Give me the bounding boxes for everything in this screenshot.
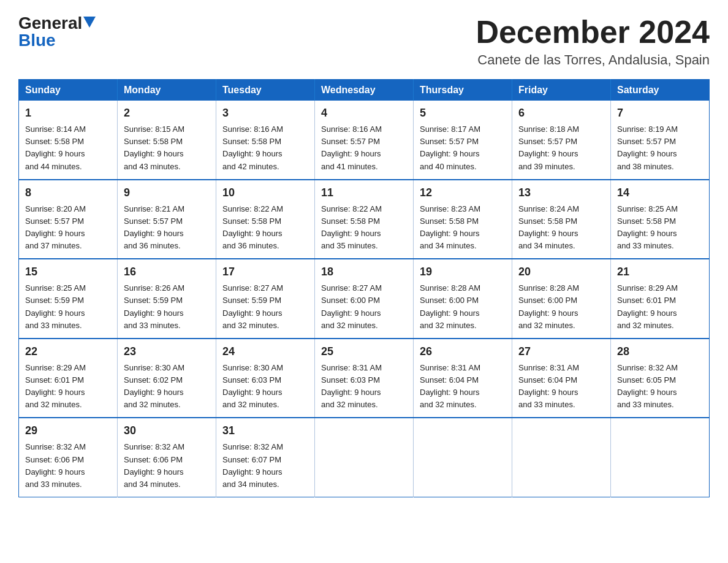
table-row: 31Sunrise: 8:32 AMSunset: 6:07 PMDayligh… [216, 418, 315, 497]
day-number: 16 [124, 264, 210, 280]
table-row: 12Sunrise: 8:23 AMSunset: 5:58 PMDayligh… [414, 180, 512, 259]
col-tuesday: Tuesday [216, 80, 315, 101]
table-row: 2Sunrise: 8:15 AMSunset: 5:58 PMDaylight… [118, 101, 216, 180]
col-saturday: Saturday [611, 80, 710, 101]
day-number: 29 [25, 423, 111, 439]
day-number: 14 [617, 185, 703, 201]
day-number: 3 [222, 105, 308, 121]
day-number: 27 [518, 343, 604, 360]
day-number: 8 [25, 185, 111, 201]
day-info: Sunrise: 8:27 AMSunset: 6:00 PMDaylight:… [321, 282, 407, 332]
table-row: 8Sunrise: 8:20 AMSunset: 5:57 PMDaylight… [19, 180, 118, 259]
table-row: 29Sunrise: 8:32 AMSunset: 6:06 PMDayligh… [19, 418, 118, 497]
table-row: 18Sunrise: 8:27 AMSunset: 6:00 PMDayligh… [315, 259, 414, 339]
day-number: 7 [617, 105, 703, 121]
logo-general: General [18, 13, 82, 33]
col-friday: Friday [512, 80, 611, 101]
day-number: 12 [420, 185, 506, 201]
day-number: 25 [321, 343, 407, 360]
day-number: 22 [25, 343, 111, 360]
table-row: 4Sunrise: 8:16 AMSunset: 5:57 PMDaylight… [315, 101, 414, 180]
day-number: 5 [420, 105, 506, 121]
table-row: 11Sunrise: 8:22 AMSunset: 5:58 PMDayligh… [315, 180, 414, 259]
calendar-week-row: 29Sunrise: 8:32 AMSunset: 6:06 PMDayligh… [19, 418, 710, 497]
col-thursday: Thursday [414, 80, 512, 101]
day-info: Sunrise: 8:14 AMSunset: 5:58 PMDaylight:… [25, 123, 111, 173]
day-info: Sunrise: 8:16 AMSunset: 5:58 PMDaylight:… [222, 123, 308, 173]
table-row: 28Sunrise: 8:32 AMSunset: 6:05 PMDayligh… [611, 339, 710, 418]
day-number: 19 [420, 264, 506, 280]
table-row: 7Sunrise: 8:19 AMSunset: 5:57 PMDaylight… [611, 101, 710, 180]
day-info: Sunrise: 8:25 AMSunset: 5:58 PMDaylight:… [617, 203, 703, 253]
day-info: Sunrise: 8:15 AMSunset: 5:58 PMDaylight:… [124, 123, 210, 173]
table-row: 14Sunrise: 8:25 AMSunset: 5:58 PMDayligh… [611, 180, 710, 259]
day-number: 4 [321, 105, 407, 121]
day-info: Sunrise: 8:28 AMSunset: 6:00 PMDaylight:… [518, 282, 604, 332]
day-info: Sunrise: 8:29 AMSunset: 6:01 PMDaylight:… [25, 362, 111, 412]
day-number: 28 [617, 343, 703, 360]
table-row [315, 418, 414, 497]
day-info: Sunrise: 8:32 AMSunset: 6:05 PMDaylight:… [617, 362, 703, 412]
day-info: Sunrise: 8:22 AMSunset: 5:58 PMDaylight:… [222, 203, 308, 253]
table-row: 9Sunrise: 8:21 AMSunset: 5:57 PMDaylight… [118, 180, 216, 259]
calendar-subtitle: Canete de las Torres, Andalusia, Spain [476, 52, 710, 68]
day-number: 17 [222, 264, 308, 280]
calendar-week-row: 8Sunrise: 8:20 AMSunset: 5:57 PMDaylight… [19, 180, 710, 259]
day-number: 23 [124, 343, 210, 360]
table-row: 22Sunrise: 8:29 AMSunset: 6:01 PMDayligh… [19, 339, 118, 418]
logo-text: General [18, 15, 96, 32]
table-row: 16Sunrise: 8:26 AMSunset: 5:59 PMDayligh… [118, 259, 216, 339]
day-info: Sunrise: 8:28 AMSunset: 6:00 PMDaylight:… [420, 282, 506, 332]
logo-blue: Blue [18, 32, 56, 49]
day-number: 9 [124, 185, 210, 201]
table-row [414, 418, 512, 497]
day-info: Sunrise: 8:21 AMSunset: 5:57 PMDaylight:… [124, 203, 210, 253]
day-number: 26 [420, 343, 506, 360]
calendar-header-row: Sunday Monday Tuesday Wednesday Thursday… [19, 80, 710, 101]
calendar-week-row: 15Sunrise: 8:25 AMSunset: 5:59 PMDayligh… [19, 259, 710, 339]
table-row: 21Sunrise: 8:29 AMSunset: 6:01 PMDayligh… [611, 259, 710, 339]
col-wednesday: Wednesday [315, 80, 414, 101]
day-info: Sunrise: 8:32 AMSunset: 6:07 PMDaylight:… [222, 441, 308, 491]
page: General Blue December 2024 Canete de las… [0, 0, 728, 516]
day-number: 24 [222, 343, 308, 360]
day-info: Sunrise: 8:29 AMSunset: 6:01 PMDaylight:… [617, 282, 703, 332]
day-info: Sunrise: 8:27 AMSunset: 5:59 PMDaylight:… [222, 282, 308, 332]
day-number: 6 [518, 105, 604, 121]
table-row: 13Sunrise: 8:24 AMSunset: 5:58 PMDayligh… [512, 180, 611, 259]
day-info: Sunrise: 8:30 AMSunset: 6:02 PMDaylight:… [124, 362, 210, 412]
logo: General Blue [18, 15, 96, 49]
day-info: Sunrise: 8:19 AMSunset: 5:57 PMDaylight:… [617, 123, 703, 173]
col-sunday: Sunday [19, 80, 118, 101]
day-info: Sunrise: 8:17 AMSunset: 5:57 PMDaylight:… [420, 123, 506, 173]
day-number: 18 [321, 264, 407, 280]
day-number: 21 [617, 264, 703, 280]
col-monday: Monday [118, 80, 216, 101]
day-info: Sunrise: 8:31 AMSunset: 6:03 PMDaylight:… [321, 362, 407, 412]
table-row: 19Sunrise: 8:28 AMSunset: 6:00 PMDayligh… [414, 259, 512, 339]
day-info: Sunrise: 8:24 AMSunset: 5:58 PMDaylight:… [518, 203, 604, 253]
day-info: Sunrise: 8:30 AMSunset: 6:03 PMDaylight:… [222, 362, 308, 412]
table-row: 10Sunrise: 8:22 AMSunset: 5:58 PMDayligh… [216, 180, 315, 259]
header: General Blue December 2024 Canete de las… [18, 15, 710, 68]
day-number: 1 [25, 105, 111, 121]
calendar-title: December 2024 [476, 15, 710, 50]
table-row: 17Sunrise: 8:27 AMSunset: 5:59 PMDayligh… [216, 259, 315, 339]
logo-triangle-icon [83, 17, 96, 28]
day-number: 10 [222, 185, 308, 201]
day-info: Sunrise: 8:23 AMSunset: 5:58 PMDaylight:… [420, 203, 506, 253]
table-row: 26Sunrise: 8:31 AMSunset: 6:04 PMDayligh… [414, 339, 512, 418]
table-row: 6Sunrise: 8:18 AMSunset: 5:57 PMDaylight… [512, 101, 611, 180]
calendar-table: Sunday Monday Tuesday Wednesday Thursday… [18, 79, 710, 497]
table-row: 23Sunrise: 8:30 AMSunset: 6:02 PMDayligh… [118, 339, 216, 418]
table-row: 27Sunrise: 8:31 AMSunset: 6:04 PMDayligh… [512, 339, 611, 418]
day-number: 20 [518, 264, 604, 280]
table-row [512, 418, 611, 497]
table-row: 25Sunrise: 8:31 AMSunset: 6:03 PMDayligh… [315, 339, 414, 418]
day-info: Sunrise: 8:22 AMSunset: 5:58 PMDaylight:… [321, 203, 407, 253]
day-number: 13 [518, 185, 604, 201]
day-info: Sunrise: 8:31 AMSunset: 6:04 PMDaylight:… [518, 362, 604, 412]
day-number: 31 [222, 423, 308, 439]
day-number: 11 [321, 185, 407, 201]
table-row: 30Sunrise: 8:32 AMSunset: 6:06 PMDayligh… [118, 418, 216, 497]
